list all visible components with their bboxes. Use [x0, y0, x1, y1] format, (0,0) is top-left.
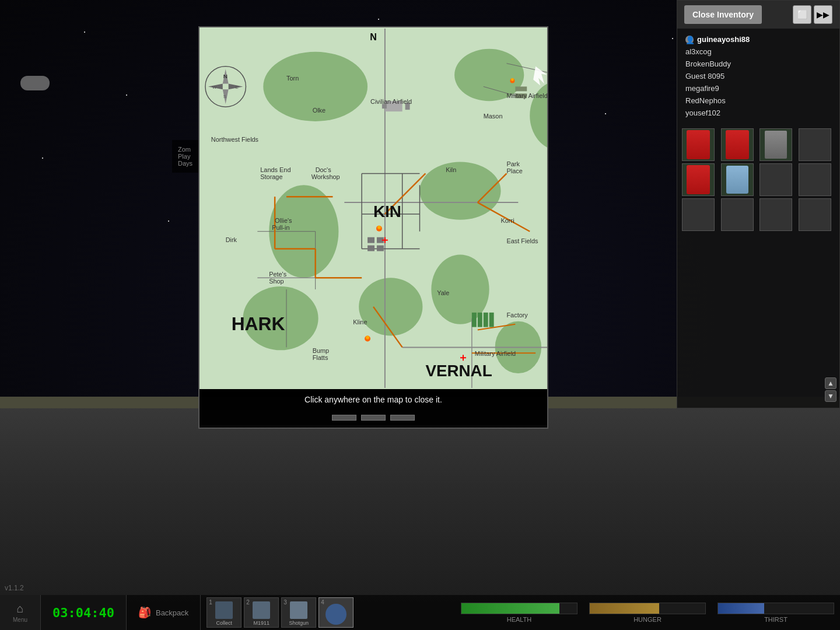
item-red [687, 130, 710, 159]
inventory-slot[interactable] [682, 128, 715, 161]
player-item[interactable]: Guest 8095 [682, 70, 835, 82]
health-label: HEALTH [507, 616, 532, 623]
hotbar-num-2: 2 [246, 599, 250, 606]
thirst-bar-section: THIRST [712, 595, 840, 630]
inventory-slot[interactable] [760, 198, 792, 231]
item-can [726, 166, 748, 194]
player-item[interactable]: 👤 guineayoshi88 [682, 33, 835, 46]
map-container[interactable]: N [200, 27, 547, 389]
svg-text:Workshop: Workshop [312, 173, 340, 180]
player-name: al3xcog [685, 47, 712, 56]
map-svg[interactable]: N S W E KIN HARK VERNAL Torn Mason Park … [200, 27, 547, 389]
inventory-top-icons: ⬜ ▶▶ [793, 5, 832, 24]
svg-point-49 [366, 336, 369, 340]
hotbar-slot-4[interactable]: 4 [318, 597, 354, 628]
svg-text:E: E [236, 85, 239, 90]
svg-text:N: N [223, 73, 228, 79]
inventory-slot[interactable] [799, 163, 831, 196]
svg-point-47 [377, 226, 381, 229]
svg-text:Mason: Mason [484, 113, 503, 120]
inventory-slot[interactable] [760, 163, 792, 196]
svg-rect-39 [368, 246, 374, 251]
hotbar-slot-1[interactable]: 1 Collect [206, 597, 242, 628]
svg-text:Korri: Korri [501, 217, 514, 224]
inventory-slot[interactable] [682, 198, 715, 231]
svg-text:KIN: KIN [373, 202, 401, 220]
svg-text:Ollie's: Ollie's [275, 217, 292, 224]
inventory-slot[interactable] [682, 163, 715, 196]
player-avatar: 👤 [685, 36, 694, 44]
hotbar-num-1: 1 [209, 599, 212, 606]
inventory-icon-btn-2[interactable]: ▶▶ [814, 5, 832, 24]
hotbar-label-1: Collect [216, 620, 233, 626]
scroll-buttons: ▲ ▼ [825, 377, 836, 402]
health-bar-section: HEALTH [455, 595, 583, 630]
map-btn-right[interactable] [390, 415, 415, 421]
inventory-slot[interactable] [799, 198, 831, 231]
thirst-bar-fill [718, 603, 764, 614]
hunger-bar-fill [590, 603, 659, 614]
backpack-icon: 🎒 [138, 606, 151, 619]
player-item[interactable]: megafire9 [682, 82, 835, 94]
svg-text:Park: Park [506, 160, 520, 167]
hotbar-num-3: 3 [284, 599, 287, 606]
players-list: 👤 guineayoshi88 al3xcog BrokenBuddy Gues… [677, 29, 839, 124]
inventory-slot[interactable] [721, 128, 754, 161]
status-bars: HEALTH HUNGER THIRST [455, 595, 840, 630]
hotbar-item-icon-2 [253, 601, 270, 619]
health-bar-bg [461, 603, 578, 614]
menu-label: Menu [13, 617, 27, 623]
hotbar-label-2: M1911 [254, 620, 270, 626]
svg-rect-37 [368, 237, 374, 243]
player-item[interactable]: BrokenBuddy [682, 58, 835, 70]
svg-text:Pete's: Pete's [269, 271, 287, 278]
inventory-slot[interactable] [799, 128, 831, 161]
menu-button[interactable]: ⌂ Menu [0, 595, 41, 630]
svg-text:East Fields: East Fields [506, 237, 538, 244]
hotbar-slot-2[interactable]: 2 M1911 [244, 597, 279, 628]
svg-text:Military Airfield: Military Airfield [506, 92, 547, 99]
map-overlay[interactable]: N [198, 26, 548, 429]
backpack-label: Backpack [156, 608, 188, 617]
inventory-icon-btn-1[interactable]: ⬜ [793, 5, 811, 24]
scroll-down-button[interactable]: ▼ [825, 390, 836, 402]
backpack-button[interactable]: 🎒 Backpack [127, 595, 201, 630]
inventory-slot[interactable] [760, 128, 792, 161]
inventory-slot[interactable] [721, 198, 754, 231]
hunger-bar-bg [589, 603, 706, 614]
svg-text:Yale: Yale [437, 289, 449, 296]
hotbar-slot-3[interactable]: 3 Shotgun [281, 597, 316, 628]
svg-text:Kiln: Kiln [446, 166, 456, 173]
svg-text:Bump: Bump [313, 347, 330, 354]
north-indicator: N [370, 32, 377, 43]
map-btn-left[interactable] [332, 415, 356, 421]
close-inventory-button[interactable]: Close Inventory [684, 5, 762, 24]
svg-text:Place: Place [506, 167, 522, 174]
svg-text:Lands End: Lands End [260, 166, 290, 173]
hotbar: 1 Collect 2 M1911 3 Shotgun 4 [201, 595, 359, 630]
game-timer: 03:04:40 [41, 595, 127, 630]
player-name: yousef102 [685, 108, 720, 117]
svg-text:Military Airfield: Military Airfield [475, 350, 516, 357]
svg-text:S: S [223, 94, 226, 99]
player-item[interactable]: al3xcog [682, 46, 835, 58]
inventory-panel: Close Inventory ⬜ ▶▶ 👤 guineayoshi88 al3… [677, 0, 840, 408]
svg-point-51 [511, 78, 514, 81]
health-bar-fill [461, 603, 559, 614]
svg-text:Shop: Shop [269, 278, 284, 285]
svg-text:Doc's: Doc's [316, 166, 331, 173]
inventory-slot[interactable] [721, 163, 754, 196]
scroll-up-button[interactable]: ▲ [825, 377, 836, 389]
player-name: guineayoshi88 [697, 35, 750, 44]
item-red [687, 165, 710, 194]
hotbar-item-icon-1 [215, 601, 233, 619]
player-item[interactable]: yousef102 [682, 107, 835, 119]
svg-text:Torn: Torn [286, 75, 299, 82]
svg-rect-58 [484, 313, 488, 327]
map-instruction: Click anywhere on the map to close it. [200, 389, 547, 410]
inventory-slots [677, 124, 839, 236]
svg-rect-56 [472, 313, 477, 327]
map-btn-center[interactable] [361, 415, 386, 421]
player-item[interactable]: RedNephos [682, 94, 835, 107]
svg-text:Storage: Storage [260, 173, 282, 180]
